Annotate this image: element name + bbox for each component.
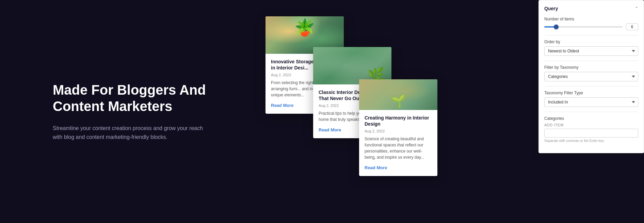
card-3-excerpt: Science of creating beautiful and functi… (365, 136, 432, 160)
slider-thumb[interactable] (554, 25, 559, 29)
left-content: Made For Bloggers And Content Marketers … (53, 82, 223, 141)
card-3-date: Aug 2, 2022 (365, 129, 432, 133)
order-by-select[interactable]: Newest to Oldest Oldest to Newest Alphab… (544, 46, 638, 56)
divider-2 (544, 61, 638, 61)
main-container: Made For Bloggers And Content Marketers … (0, 0, 644, 223)
taxonomy-filter-type-label: Taxonomy Filter Type (544, 91, 638, 95)
slider-value: 6 (626, 23, 638, 30)
divider-1 (544, 35, 638, 35)
slider-track[interactable] (544, 26, 623, 28)
number-of-items-section: Number of items 6 (544, 17, 638, 30)
chevron-up-icon[interactable]: ⌃ (635, 6, 638, 11)
card-3-title: Creating Harmony in Interior Design (365, 115, 432, 127)
divider-4 (544, 112, 638, 112)
blog-card-3: Creating Harmony in Interior Design Aug … (359, 79, 437, 176)
card-3-content: Creating Harmony in Interior Design Aug … (359, 110, 437, 176)
categories-helper-text: Separate with commas or the Enter key. (544, 139, 638, 143)
add-item-input[interactable] (544, 129, 638, 138)
slider-container: 6 (544, 23, 638, 30)
card-1-read-more[interactable]: Read More (271, 103, 293, 108)
filter-taxonomy-section: Filter by Taxonomy Categories Tags (544, 65, 638, 81)
taxonomy-filter-type-select[interactable]: Included In Excluded From (544, 97, 638, 107)
right-section: Innovative Storage Solutions in Interior… (259, 0, 644, 223)
query-panel-title: Query (544, 6, 558, 11)
sub-text: Streamline your content creation process… (53, 124, 209, 141)
add-item-label: ADD ITEM (544, 123, 638, 127)
number-of-items-label: Number of items (544, 17, 638, 21)
main-heading: Made For Bloggers And Content Marketers (53, 82, 223, 114)
divider-3 (544, 86, 638, 86)
filter-taxonomy-select[interactable]: Categories Tags (544, 72, 638, 81)
query-panel-header: Query ⌃ (544, 6, 638, 11)
card-2-read-more[interactable]: Read More (319, 127, 341, 132)
card-2-image (313, 47, 391, 84)
left-section: Made For Bloggers And Content Marketers … (0, 0, 259, 223)
query-panel: Query ⌃ Number of items 6 Order by (538, 0, 644, 153)
card-3-read-more[interactable]: Read More (365, 165, 387, 170)
taxonomy-filter-type-section: Taxonomy Filter Type Included In Exclude… (544, 91, 638, 107)
categories-section: Categories ADD ITEM Separate with commas… (544, 116, 638, 143)
categories-label: Categories (544, 116, 638, 121)
order-by-label: Order by (544, 39, 638, 44)
order-by-section: Order by Newest to Oldest Oldest to Newe… (544, 39, 638, 56)
card-3-image (359, 79, 437, 110)
cards-area: Innovative Storage Solutions in Interior… (265, 16, 408, 214)
filter-taxonomy-label: Filter by Taxonomy (544, 65, 638, 70)
